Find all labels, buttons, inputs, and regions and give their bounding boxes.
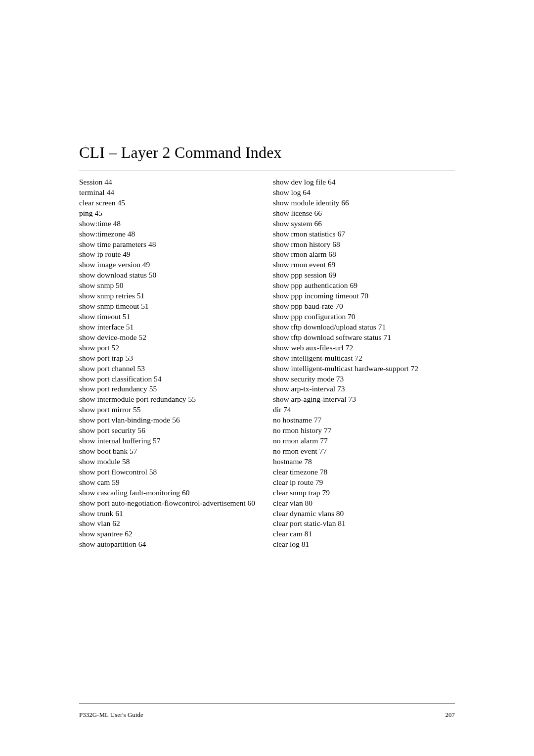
- index-entry: clear dynamic vlans 80: [273, 509, 455, 519]
- index-entry-page: 56: [137, 426, 145, 434]
- index-entry-page: 70: [360, 291, 368, 300]
- index-entry-page: 57: [153, 436, 161, 445]
- index-entry-page: 48: [113, 219, 121, 228]
- index-entry: show arp-aging-interval 73: [273, 394, 455, 405]
- index-entry: show intelligent-multicast hardware-supp…: [273, 364, 455, 374]
- index-entry-page: 59: [112, 478, 120, 486]
- index-entry-page: 60: [247, 499, 255, 507]
- index-entry: hostname 78: [273, 457, 455, 467]
- index-entry: show port trap 53: [79, 353, 261, 364]
- index-entry-page: 74: [283, 405, 291, 414]
- index-entry-page: 49: [123, 250, 131, 258]
- index-entry-label: show snmp timeout: [79, 302, 141, 310]
- index-entry-page: 71: [378, 323, 386, 331]
- index-entry-page: 73: [337, 384, 345, 393]
- index-entry-page: 73: [348, 395, 356, 403]
- index-entry: show ppp baud-rate 70: [273, 301, 455, 312]
- index-entry-page: 53: [137, 364, 145, 373]
- index-entry-page: 62: [125, 529, 133, 538]
- index-entry: show snmp retries 51: [79, 291, 261, 301]
- index-entry-page: 77: [324, 426, 332, 434]
- index-entry-page: 55: [188, 395, 196, 403]
- index-entry: show download status 50: [79, 270, 261, 281]
- index-entry-page: 64: [303, 188, 311, 196]
- index-entry-page: 69: [350, 281, 357, 289]
- footer-rule: [79, 704, 455, 704]
- index-entry-page: 58: [149, 468, 157, 476]
- index-entry: show dev log file 64: [273, 177, 455, 188]
- index-entry-label: show ppp baud-rate: [273, 302, 335, 310]
- index-entry-label: show trunk: [79, 509, 115, 518]
- index-entry-label: show port mirror: [79, 405, 133, 414]
- index-entry-label: show cascading fault-monitoring: [79, 488, 182, 497]
- index-entry-page: 66: [314, 209, 322, 217]
- index-entry-page: 81: [302, 540, 310, 548]
- index-entry: clear cam 81: [273, 529, 455, 539]
- index-entry-label: show port security: [79, 426, 137, 434]
- index-entry-label: show port trap: [79, 354, 125, 362]
- index-entry-label: show internal buffering: [79, 436, 153, 445]
- index-entry-label: show port classification: [79, 375, 154, 383]
- index-entry-label: show tftp download/upload status: [273, 323, 378, 331]
- index-entry-label: show rmon event: [273, 260, 328, 269]
- index-entry-page: 69: [328, 260, 336, 269]
- index-entry-page: 68: [332, 240, 340, 248]
- index-entry-page: 53: [125, 354, 133, 362]
- index-entry-page: 51: [137, 291, 145, 300]
- index-entry-page: 51: [123, 312, 131, 321]
- index-entry-page: 77: [319, 447, 327, 455]
- index-entry-label: show timeout: [79, 312, 123, 321]
- index-entry: show time parameters 48: [79, 239, 261, 250]
- index-entry: show cascading fault-monitoring 60: [79, 488, 261, 498]
- index-entry-page: 72: [411, 364, 419, 373]
- index-entry-page: 45: [94, 209, 102, 217]
- index-entry-page: 44: [107, 188, 115, 196]
- index-entry-page: 69: [328, 271, 336, 279]
- index-entry-label: show ppp authentication: [273, 281, 350, 289]
- index-entry: show port security 56: [79, 425, 261, 436]
- index-entry: no rmon history 77: [273, 425, 455, 436]
- index-entry-page: 80: [336, 509, 344, 518]
- index-entry-page: 71: [383, 333, 391, 341]
- index-entry: show vlan 62: [79, 519, 261, 529]
- index-entry-label: show web aux-files-url: [273, 343, 346, 352]
- index-entry: ping 45: [79, 208, 261, 219]
- index-entry: show rmon statistics 67: [273, 229, 455, 239]
- left-column: Session 44terminal 44clear screen 45ping…: [79, 177, 267, 550]
- index-entry: show web aux-files-url 72: [273, 343, 455, 353]
- index-entry: no hostname 77: [273, 415, 455, 425]
- index-entry-label: clear timezone: [273, 468, 320, 476]
- index-entry-label: show interface: [79, 323, 126, 331]
- index-entry-page: 51: [141, 302, 149, 310]
- index-entry: show intermodule port redundancy 55: [79, 394, 261, 405]
- index-entry-label: show snmp retries: [79, 291, 137, 300]
- index-entry: show arp-tx-interval 73: [273, 384, 455, 394]
- index-entry: show ppp authentication 69: [273, 281, 455, 291]
- index-entry-page: 72: [346, 343, 354, 352]
- index-entry: show tftp download/upload status 71: [273, 322, 455, 332]
- index-entry-label: show ppp session: [273, 271, 328, 279]
- index-entry: show intelligent-multicast 72: [273, 353, 455, 364]
- index-entry-page: 61: [115, 509, 123, 518]
- index-entry-label: clear log: [273, 540, 302, 548]
- index-entry: show snmp timeout 51: [79, 301, 261, 312]
- index-entry-page: 60: [182, 488, 190, 497]
- index-entry-label: show intelligent-multicast hardware-supp…: [273, 364, 411, 373]
- index-entry-label: show boot bank: [79, 447, 130, 455]
- title-rule: [79, 171, 455, 171]
- index-entry-page: 56: [172, 416, 180, 424]
- index-entry: show:time 48: [79, 219, 261, 229]
- index-entry-label: show cam: [79, 478, 112, 486]
- index-entry-label: show time parameters: [79, 240, 148, 248]
- index-entry-label: no rmon alarm: [273, 436, 320, 445]
- page-content: CLI – Layer 2 Command Index Session 44te…: [0, 0, 534, 756]
- index-entry-page: 68: [328, 250, 336, 258]
- index-entry-label: show autopartition: [79, 540, 138, 548]
- index-entry-page: 49: [142, 260, 150, 269]
- index-entry-page: 79: [315, 478, 323, 486]
- index-entry-page: 44: [104, 178, 112, 186]
- index-entry: dir 74: [273, 405, 455, 415]
- index-entry-label: clear screen: [79, 198, 117, 207]
- index-entry-label: clear ip route: [273, 478, 315, 486]
- index-entry-label: clear cam: [273, 529, 305, 538]
